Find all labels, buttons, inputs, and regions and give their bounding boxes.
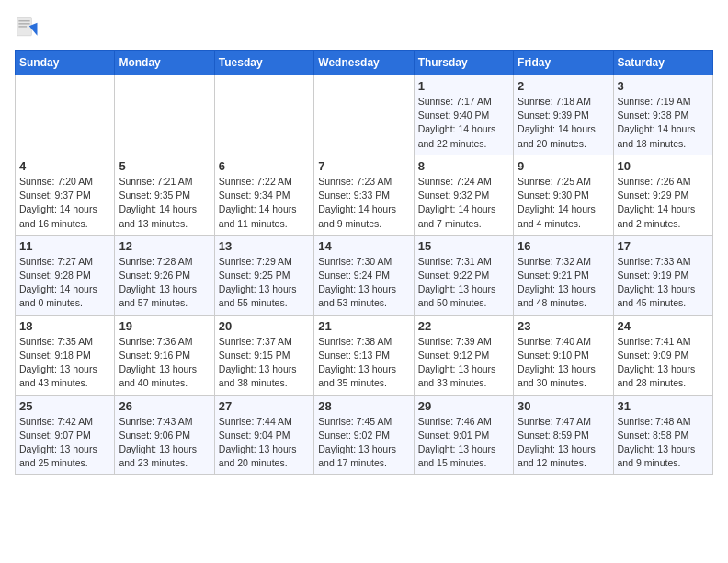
weekday-friday: Friday — [514, 51, 613, 75]
day-info: Sunrise: 7:39 AM Sunset: 9:12 PM Dayligh… — [418, 335, 509, 391]
day-number: 21 — [318, 319, 409, 333]
day-number: 3 — [618, 79, 709, 93]
weekday-thursday: Thursday — [414, 51, 513, 75]
calendar-cell: 3Sunrise: 7:19 AM Sunset: 9:38 PM Daylig… — [613, 75, 712, 155]
day-info: Sunrise: 7:46 AM Sunset: 9:01 PM Dayligh… — [418, 415, 509, 471]
svg-rect-4 — [18, 26, 27, 27]
calendar-cell: 28Sunrise: 7:45 AM Sunset: 9:02 PM Dayli… — [314, 395, 414, 475]
calendar-cell — [314, 75, 414, 155]
day-info: Sunrise: 7:22 AM Sunset: 9:34 PM Dayligh… — [219, 175, 310, 231]
day-info: Sunrise: 7:23 AM Sunset: 9:33 PM Dayligh… — [318, 175, 409, 231]
day-number: 23 — [518, 319, 609, 333]
day-number: 7 — [318, 159, 409, 173]
weekday-monday: Monday — [115, 51, 214, 75]
day-number: 5 — [119, 159, 210, 173]
day-info: Sunrise: 7:48 AM Sunset: 8:58 PM Dayligh… — [618, 415, 709, 471]
calendar-cell: 8Sunrise: 7:24 AM Sunset: 9:32 PM Daylig… — [414, 155, 513, 235]
day-number: 16 — [518, 239, 609, 253]
calendar-cell: 14Sunrise: 7:30 AM Sunset: 9:24 PM Dayli… — [314, 235, 414, 315]
week-row-5: 25Sunrise: 7:42 AM Sunset: 9:07 PM Dayli… — [16, 395, 713, 475]
day-number: 25 — [19, 399, 110, 413]
logo — [15, 15, 44, 40]
calendar-cell — [115, 75, 214, 155]
day-info: Sunrise: 7:31 AM Sunset: 9:22 PM Dayligh… — [418, 255, 509, 311]
day-number: 22 — [418, 319, 509, 333]
day-number: 14 — [318, 239, 409, 253]
day-number: 2 — [518, 79, 609, 93]
day-number: 6 — [219, 159, 310, 173]
day-info: Sunrise: 7:36 AM Sunset: 9:16 PM Dayligh… — [119, 335, 210, 391]
day-number: 29 — [418, 399, 509, 413]
calendar-cell: 7Sunrise: 7:23 AM Sunset: 9:33 PM Daylig… — [314, 155, 414, 235]
day-info: Sunrise: 7:26 AM Sunset: 9:29 PM Dayligh… — [618, 175, 709, 231]
day-number: 10 — [618, 159, 709, 173]
calendar-cell: 21Sunrise: 7:38 AM Sunset: 9:13 PM Dayli… — [314, 315, 414, 395]
day-info: Sunrise: 7:43 AM Sunset: 9:06 PM Dayligh… — [119, 415, 210, 471]
weekday-saturday: Saturday — [613, 51, 712, 75]
day-info: Sunrise: 7:42 AM Sunset: 9:07 PM Dayligh… — [19, 415, 110, 471]
calendar-cell: 9Sunrise: 7:25 AM Sunset: 9:30 PM Daylig… — [514, 155, 613, 235]
day-info: Sunrise: 7:20 AM Sunset: 9:37 PM Dayligh… — [19, 175, 110, 231]
day-info: Sunrise: 7:37 AM Sunset: 9:15 PM Dayligh… — [219, 335, 310, 391]
calendar-cell: 16Sunrise: 7:32 AM Sunset: 9:21 PM Dayli… — [514, 235, 613, 315]
day-number: 15 — [418, 239, 509, 253]
calendar-cell: 5Sunrise: 7:21 AM Sunset: 9:35 PM Daylig… — [115, 155, 214, 235]
day-info: Sunrise: 7:29 AM Sunset: 9:25 PM Dayligh… — [219, 255, 310, 311]
week-row-2: 4Sunrise: 7:20 AM Sunset: 9:37 PM Daylig… — [16, 155, 713, 235]
calendar-cell: 11Sunrise: 7:27 AM Sunset: 9:28 PM Dayli… — [16, 235, 115, 315]
day-number: 30 — [518, 399, 609, 413]
day-number: 27 — [219, 399, 310, 413]
day-number: 28 — [318, 399, 409, 413]
day-number: 12 — [119, 239, 210, 253]
calendar-cell: 29Sunrise: 7:46 AM Sunset: 9:01 PM Dayli… — [414, 395, 513, 475]
calendar-body: 1Sunrise: 7:17 AM Sunset: 9:40 PM Daylig… — [16, 75, 713, 475]
day-number: 9 — [518, 159, 609, 173]
day-info: Sunrise: 7:41 AM Sunset: 9:09 PM Dayligh… — [618, 335, 709, 391]
day-info: Sunrise: 7:18 AM Sunset: 9:39 PM Dayligh… — [518, 95, 609, 151]
svg-rect-3 — [18, 23, 29, 24]
day-number: 20 — [219, 319, 310, 333]
day-info: Sunrise: 7:47 AM Sunset: 8:59 PM Dayligh… — [518, 415, 609, 471]
day-info: Sunrise: 7:44 AM Sunset: 9:04 PM Dayligh… — [219, 415, 310, 471]
day-number: 24 — [618, 319, 709, 333]
day-number: 19 — [119, 319, 210, 333]
day-number: 18 — [19, 319, 110, 333]
day-info: Sunrise: 7:30 AM Sunset: 9:24 PM Dayligh… — [318, 255, 409, 311]
calendar-cell: 12Sunrise: 7:28 AM Sunset: 9:26 PM Dayli… — [115, 235, 214, 315]
calendar-cell: 31Sunrise: 7:48 AM Sunset: 8:58 PM Dayli… — [613, 395, 712, 475]
day-number: 4 — [19, 159, 110, 173]
calendar-cell: 4Sunrise: 7:20 AM Sunset: 9:37 PM Daylig… — [16, 155, 115, 235]
calendar-cell: 22Sunrise: 7:39 AM Sunset: 9:12 PM Dayli… — [414, 315, 513, 395]
day-number: 17 — [618, 239, 709, 253]
day-info: Sunrise: 7:21 AM Sunset: 9:35 PM Dayligh… — [119, 175, 210, 231]
calendar-table: SundayMondayTuesdayWednesdayThursdayFrid… — [15, 50, 713, 475]
calendar-cell: 24Sunrise: 7:41 AM Sunset: 9:09 PM Dayli… — [613, 315, 712, 395]
calendar-cell: 2Sunrise: 7:18 AM Sunset: 9:39 PM Daylig… — [514, 75, 613, 155]
day-info: Sunrise: 7:33 AM Sunset: 9:19 PM Dayligh… — [618, 255, 709, 311]
day-info: Sunrise: 7:38 AM Sunset: 9:13 PM Dayligh… — [318, 335, 409, 391]
calendar-cell: 19Sunrise: 7:36 AM Sunset: 9:16 PM Dayli… — [115, 315, 214, 395]
day-info: Sunrise: 7:32 AM Sunset: 9:21 PM Dayligh… — [518, 255, 609, 311]
weekday-tuesday: Tuesday — [214, 51, 313, 75]
day-number: 13 — [219, 239, 310, 253]
day-info: Sunrise: 7:24 AM Sunset: 9:32 PM Dayligh… — [418, 175, 509, 231]
day-number: 26 — [119, 399, 210, 413]
day-info: Sunrise: 7:28 AM Sunset: 9:26 PM Dayligh… — [119, 255, 210, 311]
svg-rect-2 — [18, 20, 29, 21]
week-row-4: 18Sunrise: 7:35 AM Sunset: 9:18 PM Dayli… — [16, 315, 713, 395]
day-number: 31 — [618, 399, 709, 413]
day-number: 1 — [418, 79, 509, 93]
calendar-cell: 13Sunrise: 7:29 AM Sunset: 9:25 PM Dayli… — [214, 235, 313, 315]
calendar-cell: 17Sunrise: 7:33 AM Sunset: 9:19 PM Dayli… — [613, 235, 712, 315]
generalblue-logo-icon — [15, 15, 40, 40]
day-info: Sunrise: 7:45 AM Sunset: 9:02 PM Dayligh… — [318, 415, 409, 471]
weekday-header-row: SundayMondayTuesdayWednesdayThursdayFrid… — [16, 51, 713, 75]
header — [15, 15, 713, 40]
calendar-cell: 10Sunrise: 7:26 AM Sunset: 9:29 PM Dayli… — [613, 155, 712, 235]
calendar-cell: 15Sunrise: 7:31 AM Sunset: 9:22 PM Dayli… — [414, 235, 513, 315]
day-number: 8 — [418, 159, 509, 173]
weekday-wednesday: Wednesday — [314, 51, 414, 75]
day-info: Sunrise: 7:40 AM Sunset: 9:10 PM Dayligh… — [518, 335, 609, 391]
day-number: 11 — [19, 239, 110, 253]
calendar-cell: 6Sunrise: 7:22 AM Sunset: 9:34 PM Daylig… — [214, 155, 313, 235]
